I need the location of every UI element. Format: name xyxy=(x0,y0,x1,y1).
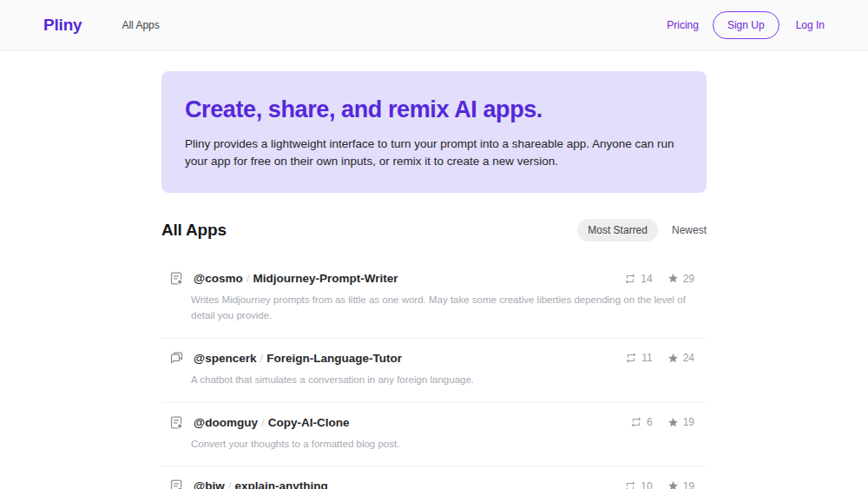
nav-pricing-link[interactable]: Pricing xyxy=(667,19,699,31)
sign-up-button[interactable]: Sign Up xyxy=(713,11,779,39)
app-title-row: @doomguy / Copy-AI-Clone 6 19 xyxy=(161,415,707,430)
app-list-item: @biw / explain-anything 10 19 xyxy=(161,466,707,489)
remix-icon xyxy=(625,352,637,364)
app-separator: / xyxy=(228,479,232,489)
remix-stat: 11 xyxy=(625,352,652,364)
log-in-link[interactable]: Log In xyxy=(796,19,825,31)
nav-all-apps-link[interactable]: All Apps xyxy=(122,19,159,31)
app-stats: 14 29 xyxy=(624,273,694,285)
app-author[interactable]: @cosmo xyxy=(194,272,243,285)
remix-stat: 6 xyxy=(630,416,653,428)
apps-section-header: All Apps Most Starred Newest xyxy=(161,219,707,241)
note-add-icon xyxy=(169,271,184,286)
remix-stat: 10 xyxy=(624,480,652,489)
app-name[interactable]: explain-anything xyxy=(234,479,327,489)
remix-icon xyxy=(624,480,636,489)
app-name[interactable]: Midjourney-Prompt-Writer xyxy=(253,272,398,285)
app-list-item: @cosmo / Midjourney-Prompt-Writer 14 29 xyxy=(161,259,707,339)
app-list: @cosmo / Midjourney-Prompt-Writer 14 29 xyxy=(161,259,707,489)
app-title-row: @spencerk / Foreign-Language-Tutor 11 24 xyxy=(161,351,707,366)
app-stats: 11 24 xyxy=(625,352,694,364)
remix-stat: 14 xyxy=(624,273,652,285)
hero-banner: Create, share, and remix AI apps. Pliny … xyxy=(161,71,707,193)
app-name[interactable]: Copy-AI-Clone xyxy=(268,416,350,429)
sort-filters: Most Starred Newest xyxy=(577,219,707,241)
main-content: Create, share, and remix AI apps. Pliny … xyxy=(161,71,707,489)
hero-description: Pliny provides a lightweight interface t… xyxy=(185,135,681,169)
app-description: Writes Midjourney prompts from as little… xyxy=(191,293,694,324)
star-icon xyxy=(667,273,679,284)
filter-newest[interactable]: Newest xyxy=(672,219,707,241)
app-author[interactable]: @spencerk xyxy=(194,352,256,365)
top-navigation: Pliny All Apps Pricing Sign Up Log In xyxy=(0,0,868,51)
remix-count: 11 xyxy=(641,352,652,364)
filter-most-starred[interactable]: Most Starred xyxy=(577,219,658,241)
star-stat: 29 xyxy=(667,273,694,285)
note-add-icon xyxy=(169,415,184,430)
star-stat: 19 xyxy=(667,416,694,428)
apps-heading: All Apps xyxy=(161,221,227,240)
hero-title: Create, share, and remix AI apps. xyxy=(185,96,681,123)
star-icon xyxy=(667,353,679,364)
star-count: 29 xyxy=(683,273,694,285)
app-title-row: @cosmo / Midjourney-Prompt-Writer 14 29 xyxy=(161,271,707,286)
chat-icon xyxy=(169,351,184,366)
app-name[interactable]: Foreign-Language-Tutor xyxy=(266,352,402,365)
app-description: A chatbot that simulates a conversation … xyxy=(191,373,694,388)
star-count: 19 xyxy=(683,416,694,428)
app-title-row: @biw / explain-anything 10 19 xyxy=(161,479,707,489)
remix-icon xyxy=(630,416,642,428)
app-list-item: @doomguy / Copy-AI-Clone 6 19 Convert y xyxy=(161,403,707,467)
brand-logo[interactable]: Pliny xyxy=(43,16,82,35)
star-stat: 19 xyxy=(667,480,694,489)
app-list-item: @spencerk / Foreign-Language-Tutor 11 24 xyxy=(161,339,707,403)
app-author[interactable]: @biw xyxy=(194,479,225,489)
remix-count: 6 xyxy=(647,416,653,428)
star-count: 24 xyxy=(683,352,694,364)
app-separator: / xyxy=(247,272,250,285)
star-icon xyxy=(667,480,679,489)
remix-count: 14 xyxy=(641,273,652,285)
app-separator: / xyxy=(260,352,263,365)
remix-icon xyxy=(624,273,636,285)
app-stats: 6 19 xyxy=(630,416,694,428)
app-description: Convert your thoughts to a formatted blo… xyxy=(191,437,694,453)
star-stat: 24 xyxy=(667,352,694,364)
app-author[interactable]: @doomguy xyxy=(194,416,258,429)
note-add-icon xyxy=(169,479,184,489)
remix-count: 10 xyxy=(641,480,652,489)
star-count: 19 xyxy=(683,480,694,489)
nav-right: Pricing Sign Up Log In xyxy=(667,11,825,39)
star-icon xyxy=(667,417,679,428)
app-stats: 10 19 xyxy=(624,480,694,489)
app-separator: / xyxy=(261,416,265,429)
